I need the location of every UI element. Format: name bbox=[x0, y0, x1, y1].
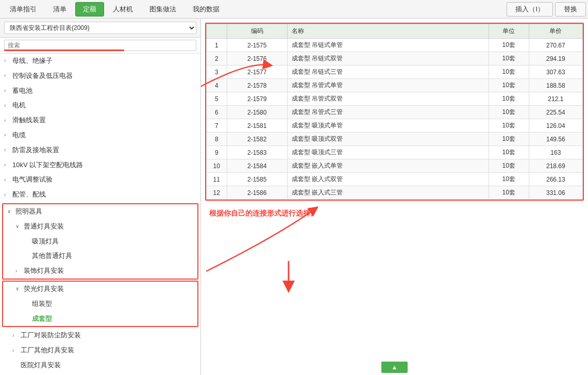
price-table-dropdown[interactable]: 陕西省安装工程价目表(2009) bbox=[4, 22, 196, 34]
cell-name: 成套型 吸顶式双管 bbox=[287, 133, 489, 146]
table-row[interactable]: 10 2-1584 成套型 嵌入式单管 10套 218.69 bbox=[207, 159, 583, 173]
table-row[interactable]: 3 2-1577 成套型 吊链式三管 10套 307.63 bbox=[207, 66, 583, 79]
col-header-name: 名称 bbox=[287, 24, 489, 39]
tab-tujizuofa[interactable]: 图集做法 bbox=[142, 2, 184, 17]
tab-qingdan-zhiyin[interactable]: 清单指引 bbox=[2, 2, 44, 17]
sidebar-header: 陕西省安装工程价目表(2009) bbox=[0, 19, 200, 38]
table-row[interactable]: 12 2-1586 成套型 嵌入式三管 10套 331.06 bbox=[207, 186, 583, 200]
tree-item-zuzhuangxing[interactable]: 组装型 bbox=[3, 297, 197, 312]
tree-area: › 母线、绝缘子 › 控制设备及低压电器 › 蓄电池 › 电机 › 滑触线装置 … bbox=[0, 54, 200, 375]
tree-item-huachu[interactable]: › 滑触线装置 bbox=[0, 113, 200, 128]
col-header-index bbox=[207, 24, 227, 39]
table-row[interactable]: 1 2-1575 成套型 吊链式单管 10套 270.67 bbox=[207, 39, 583, 52]
arrow-icon: ∨ bbox=[7, 207, 13, 216]
arrow-icon: ∨ bbox=[15, 222, 22, 231]
cell-name: 成套型 吊管式单管 bbox=[287, 79, 489, 92]
tree-item-chengtaoxing[interactable]: 成套型 bbox=[3, 312, 197, 327]
tree-label: 电机 bbox=[12, 100, 26, 111]
cell-unit: 10套 bbox=[489, 133, 529, 146]
tree-label: 组装型 bbox=[32, 299, 52, 309]
table-row[interactable]: 7 2-1581 成套型 吸顶式单管 10套 126.04 bbox=[207, 119, 583, 133]
tree-item-peiguan[interactable]: › 配管、配线 bbox=[0, 187, 200, 202]
cell-name: 成套型 嵌入式单管 bbox=[287, 159, 489, 173]
search-bar bbox=[0, 38, 200, 54]
cell-unit: 10套 bbox=[489, 79, 529, 92]
tree-item-qitaputong[interactable]: 其他普通灯具 bbox=[3, 249, 197, 264]
cell-code: 2-1582 bbox=[227, 133, 287, 146]
tree-item-putongdengju[interactable]: ∨ 普通灯具安装 bbox=[3, 219, 197, 234]
table-row[interactable]: 9 2-1583 成套型 吸顶式三管 10套 163 bbox=[207, 146, 583, 159]
cell-code: 2-1576 bbox=[227, 52, 287, 66]
tab-qingdan[interactable]: 清单 bbox=[45, 2, 74, 17]
table-row[interactable]: 5 2-1579 成套型 吊管式双管 10套 212.1 bbox=[207, 92, 583, 106]
replace-button[interactable]: 替换 bbox=[555, 2, 586, 17]
cell-index: 6 bbox=[207, 106, 227, 119]
tree-label: 装饰灯具安装 bbox=[24, 266, 64, 276]
tree-item-dianji[interactable]: › 电机 bbox=[0, 98, 200, 113]
tree-item-zhuangshi[interactable]: › 装饰灯具安装 bbox=[3, 264, 197, 279]
cell-price: 225.54 bbox=[529, 106, 582, 119]
tree-item-xiding[interactable]: 吸顶灯具 bbox=[3, 234, 197, 249]
arrow-icon: › bbox=[4, 72, 10, 80]
insert-button[interactable]: 插入（I） bbox=[507, 2, 553, 17]
cell-name: 成套型 吊管式双管 bbox=[287, 92, 489, 106]
tree-item-ludeng[interactable]: 路灯安装 bbox=[0, 373, 200, 375]
tab-rencaiji[interactable]: 人材机 bbox=[105, 2, 141, 17]
bottom-up-button[interactable]: ▲ bbox=[381, 362, 408, 373]
cell-code: 2-1579 bbox=[227, 92, 287, 106]
tab-wodeshuju[interactable]: 我的数据 bbox=[185, 2, 227, 17]
tree-label: 配管、配线 bbox=[12, 189, 46, 200]
table-row[interactable]: 11 2-1585 成套型 嵌入式双管 10套 266.13 bbox=[207, 173, 583, 186]
tree-label: 蓄电池 bbox=[12, 86, 32, 96]
toolbar: 清单指引 清单 定额 人材机 图集做法 我的数据 插入（I） 替换 bbox=[0, 0, 588, 19]
tree-label: 照明器具 bbox=[15, 206, 42, 217]
col-header-code: 编码 bbox=[227, 24, 287, 39]
arrow-icon: › bbox=[4, 146, 10, 154]
arrow-icon: ∨ bbox=[15, 285, 22, 293]
arrow-icon: › bbox=[12, 332, 19, 340]
tab-dinge[interactable]: 定额 bbox=[75, 2, 104, 17]
tree-item-dianlan[interactable]: › 电缆 bbox=[0, 128, 200, 143]
table-row[interactable]: 2 2-1576 成套型 吊链式双管 10套 294.19 bbox=[207, 52, 583, 66]
cell-code: 2-1581 bbox=[227, 119, 287, 133]
tree-item-10kv[interactable]: › 10kV 以下架空配电线路 bbox=[0, 158, 200, 173]
cell-name: 成套型 吸顶式三管 bbox=[287, 146, 489, 159]
main-layout: 陕西省安装工程价目表(2009) › 母线、绝缘子 › 控制设备及低压电器 › … bbox=[0, 19, 588, 375]
tree-item-xudianchi[interactable]: › 蓄电池 bbox=[0, 84, 200, 99]
tree-item-fanglei[interactable]: › 防雷及接地装置 bbox=[0, 143, 200, 158]
tree-item-yiyuan[interactable]: 医院灯具安装 bbox=[0, 358, 200, 373]
tree-item-yingguang[interactable]: ∨ 荧光灯具安装 bbox=[3, 282, 197, 297]
cell-price: 294.19 bbox=[529, 52, 582, 66]
cell-price: 307.63 bbox=[529, 66, 582, 79]
content-area: 编码 名称 单位 单价 1 2-1575 成套型 吊链式单管 10套 270.6… bbox=[201, 19, 588, 375]
tree-item-gongchang-fangchen[interactable]: › 工厂对装防尘防安装 bbox=[0, 328, 200, 343]
cell-price: 270.67 bbox=[529, 39, 582, 52]
tree-item-zhaoming[interactable]: ∨ 照明器具 bbox=[3, 204, 197, 219]
tree-label: 医院灯具安装 bbox=[21, 360, 61, 371]
cell-index: 7 bbox=[207, 119, 227, 133]
cell-unit: 10套 bbox=[489, 159, 529, 173]
table-row[interactable]: 8 2-1582 成套型 吸顶式双管 10套 149.56 bbox=[207, 133, 583, 146]
cell-unit: 10套 bbox=[489, 66, 529, 79]
table-row[interactable]: 6 2-1580 成套型 吊管式三管 10套 225.54 bbox=[207, 106, 583, 119]
cell-price: 218.69 bbox=[529, 159, 582, 173]
cell-unit: 10套 bbox=[489, 39, 529, 52]
arrow-icon: › bbox=[4, 117, 10, 125]
cell-code: 2-1577 bbox=[227, 66, 287, 79]
cell-price: 266.13 bbox=[529, 173, 582, 186]
cell-unit: 10套 bbox=[489, 106, 529, 119]
tree-label: 荧光灯具安装 bbox=[24, 284, 64, 295]
tree-label: 控制设备及低压电器 bbox=[12, 71, 73, 81]
tree-item-muxian[interactable]: › 母线、绝缘子 bbox=[0, 54, 200, 69]
arrow-icon: › bbox=[4, 87, 10, 95]
table-row[interactable]: 4 2-1578 成套型 吊管式单管 10套 188.58 bbox=[207, 79, 583, 92]
arrow-icon: › bbox=[4, 57, 10, 65]
tree-label: 防雷及接地装置 bbox=[12, 145, 59, 156]
tree-item-dianqi[interactable]: › 电气调整试验 bbox=[0, 172, 200, 187]
cell-price: 188.58 bbox=[529, 79, 582, 92]
cell-price: 331.06 bbox=[529, 186, 582, 200]
tree-item-kongzhi[interactable]: › 控制设备及低压电器 bbox=[0, 69, 200, 84]
tree-item-gongchang-qita[interactable]: › 工厂其他灯具安装 bbox=[0, 343, 200, 358]
annotation-text: 根据你自己的连接形式进行选择。 bbox=[201, 201, 588, 222]
col-header-unit: 单位 bbox=[489, 24, 529, 39]
